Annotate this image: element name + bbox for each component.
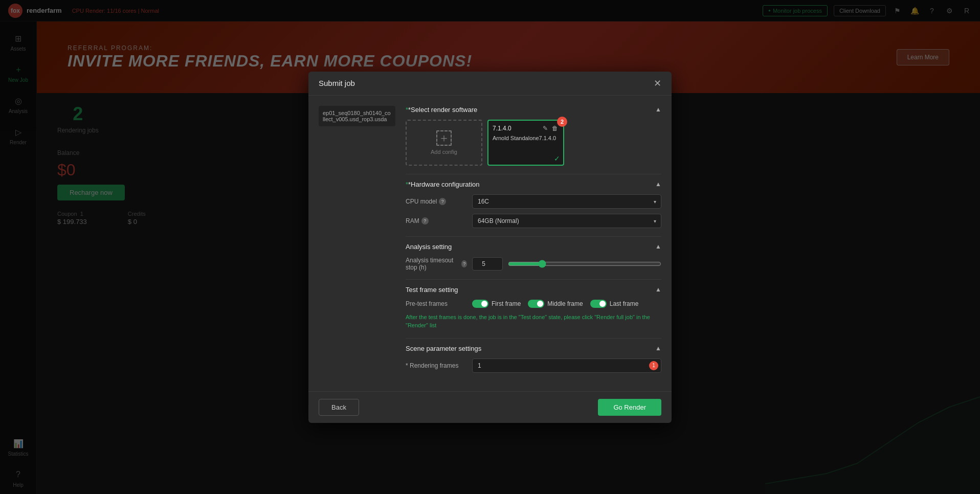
last-frame-toggle[interactable]	[590, 300, 607, 308]
hardware-section-header: **Hardware configuration ▲	[406, 181, 661, 188]
software-section-header: **Select render software ▲	[406, 106, 661, 114]
software-card-header: 7.1.4.0 ✎ 🗑	[493, 125, 559, 132]
software-badge: 2	[557, 117, 567, 127]
software-name: Arnold Standalone7.1.4.0	[493, 135, 559, 141]
rendering-frames-input-wrap: 1	[472, 358, 661, 373]
card-actions: ✎ 🗑	[542, 125, 559, 132]
scene-param-collapse-btn[interactable]: ▲	[655, 345, 661, 352]
analysis-timeout-slider[interactable]	[508, 260, 661, 268]
edit-software-btn[interactable]: ✎	[542, 125, 549, 132]
timeout-help-icon[interactable]: ?	[461, 260, 467, 267]
divider-4	[406, 338, 661, 339]
analysis-timeout-slider-wrap	[508, 260, 661, 268]
ram-label: RAM ?	[406, 217, 467, 224]
file-name: ep01_seq0180_sh0140_collect_v005.usd_rop…	[319, 106, 395, 126]
analysis-timeout-label: Analysis timesout stop (h) ?	[406, 257, 467, 271]
selected-checkmark: ✓	[554, 154, 560, 163]
modal-right-panel: **Select render software ▲ ＋ Add config …	[406, 106, 661, 381]
cpu-model-select[interactable]: 16C	[472, 194, 661, 209]
modal-body: ep01_seq0180_sh0140_collect_v005.usd_rop…	[308, 96, 672, 391]
middle-frame-toggle-item: Middle frame	[528, 300, 583, 308]
last-frame-label: Last frame	[610, 300, 639, 307]
divider-1	[406, 174, 661, 174]
ram-row: RAM ? 64GB (Normal)	[406, 214, 661, 228]
cpu-model-row: CPU model ? 16C	[406, 194, 661, 209]
divider-2	[406, 236, 661, 237]
rendering-frames-badge: 1	[649, 361, 658, 370]
first-frame-toggle[interactable]	[472, 300, 488, 308]
rendering-frames-input[interactable]	[472, 358, 661, 373]
modal-header: Submit job ✕	[308, 72, 672, 96]
middle-frame-toggle[interactable]	[528, 300, 544, 308]
ram-help-icon[interactable]: ?	[421, 217, 429, 224]
middle-frame-label: Middle frame	[547, 300, 583, 307]
software-version: 7.1.4.0	[493, 125, 511, 132]
scene-param-header: Scene parameter settings ▲	[406, 345, 661, 352]
hardware-section: **Hardware configuration ▲ CPU model ? 1…	[406, 181, 661, 228]
select-software-section: **Select render software ▲ ＋ Add config …	[406, 106, 661, 166]
add-config-plus-icon: ＋	[436, 130, 452, 146]
scene-param-section: Scene parameter settings ▲ * Rendering f…	[406, 345, 661, 373]
analysis-section: Analysis setting ▲ Analysis timesout sto…	[406, 243, 661, 271]
analysis-timeout-input[interactable]: 5	[472, 257, 503, 271]
add-config-card[interactable]: ＋ Add config	[406, 120, 482, 166]
add-config-label: Add config	[431, 149, 457, 155]
test-frame-info: After the test frames is done, the job i…	[406, 313, 661, 330]
cpu-help-icon[interactable]: ?	[439, 198, 446, 205]
analysis-section-header: Analysis setting ▲	[406, 243, 661, 251]
software-section-title: **Select render software	[406, 106, 477, 114]
rendering-frames-label: * Rendering frames	[406, 362, 467, 369]
last-frame-toggle-item: Last frame	[590, 300, 639, 308]
cpu-model-select-wrap: 16C	[472, 194, 661, 209]
modal-title: Submit job	[319, 79, 355, 87]
pre-test-row: Pre-test frames First frame Middle frame	[406, 300, 661, 308]
scene-param-title: Scene parameter settings	[406, 345, 481, 352]
submit-job-modal: Submit job ✕ ep01_seq0180_sh0140_collect…	[308, 72, 672, 423]
analysis-collapse-btn[interactable]: ▲	[655, 243, 661, 250]
first-frame-toggle-item: First frame	[472, 300, 521, 308]
cpu-model-label: CPU model ?	[406, 198, 467, 205]
back-btn[interactable]: Back	[319, 399, 359, 416]
test-frame-collapse-btn[interactable]: ▲	[655, 286, 661, 293]
modal-left-panel: ep01_seq0180_sh0140_collect_v005.usd_rop…	[319, 106, 395, 381]
test-frame-section: Test frame setting ▲ Pre-test frames Fir…	[406, 286, 661, 330]
software-cards: ＋ Add config 7.1.4.0 ✎ 🗑 Arno	[406, 120, 661, 166]
delete-software-btn[interactable]: 🗑	[551, 125, 559, 132]
hardware-section-title: **Hardware configuration	[406, 181, 480, 188]
first-frame-label: First frame	[492, 300, 521, 307]
modal-backdrop: Submit job ✕ ep01_seq0180_sh0140_collect…	[0, 0, 980, 494]
ram-select-wrap: 64GB (Normal)	[472, 214, 661, 228]
divider-3	[406, 279, 661, 280]
software-version-card[interactable]: 7.1.4.0 ✎ 🗑 Arnold Standalone7.1.4.0 2 ✓	[487, 120, 564, 166]
analysis-section-title: Analysis setting	[406, 243, 452, 251]
test-frame-section-header: Test frame setting ▲	[406, 286, 661, 294]
modal-footer: Back Go Render	[308, 391, 672, 423]
test-frame-section-title: Test frame setting	[406, 286, 458, 294]
software-collapse-btn[interactable]: ▲	[655, 106, 661, 113]
go-render-btn[interactable]: Go Render	[598, 399, 661, 416]
hardware-collapse-btn[interactable]: ▲	[655, 181, 661, 188]
pre-test-label: Pre-test frames	[406, 300, 467, 307]
ram-select[interactable]: 64GB (Normal)	[472, 214, 661, 228]
analysis-timeout-row: Analysis timesout stop (h) ? 5	[406, 257, 661, 271]
modal-close-btn[interactable]: ✕	[654, 79, 661, 88]
rendering-frames-row: * Rendering frames 1	[406, 358, 661, 373]
toggle-row: First frame Middle frame Last frame	[472, 300, 638, 308]
